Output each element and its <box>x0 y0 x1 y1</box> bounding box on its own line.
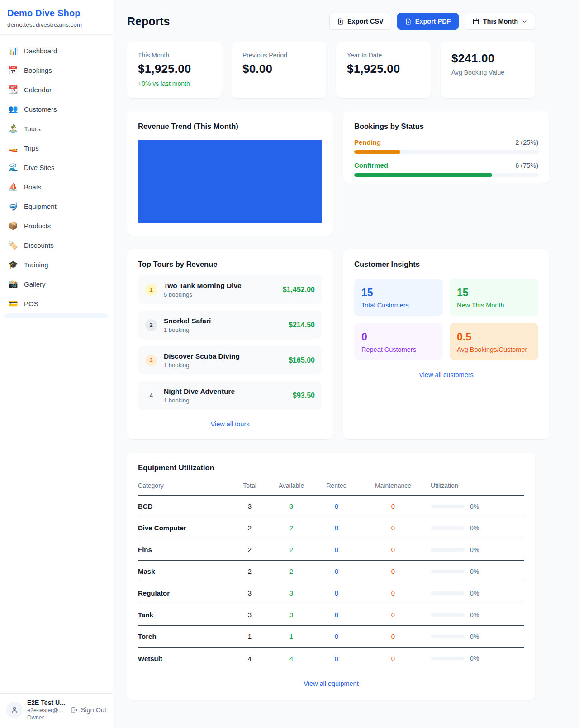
utilization-bar <box>431 591 465 595</box>
stat-card-year-to-date: Year to Date $1,925.00 <box>336 42 431 98</box>
tour-name: Snorkel Safari <box>164 317 289 325</box>
sidebar-item-label: Products <box>24 222 51 230</box>
export-csv-button[interactable]: Export CSV <box>329 13 391 30</box>
stat-value: $1,925.00 <box>138 62 211 76</box>
equipment-category: Tank <box>138 611 228 619</box>
equipment-available: 3 <box>271 502 312 510</box>
table-row: Mask 2 2 0 0 0% <box>138 561 524 582</box>
equipment-rented: 0 <box>312 524 361 532</box>
app-root: Demo Dive Shop demo.test.divestreams.com… <box>0 0 579 728</box>
export-csv-label: Export CSV <box>347 18 384 25</box>
view-all-tours-link[interactable]: View all tours <box>138 421 322 428</box>
sidebar-item-products[interactable]: 📦Products <box>4 216 109 236</box>
utilization-percent: 0% <box>470 633 479 640</box>
tile-repeat-customers: 0 Repeat Customers <box>354 323 443 360</box>
stat-cards-row: This Month $1,925.00 +0% vs last month P… <box>127 42 535 98</box>
sidebar-item-tours[interactable]: 🏝️Tours <box>4 119 109 138</box>
table-row: Regulator 3 3 0 0 0% <box>138 582 524 604</box>
equipment-total: 3 <box>228 502 271 510</box>
utilization-bar <box>431 570 465 573</box>
sidebar-item-gallery[interactable]: 📸Gallery <box>4 274 109 294</box>
period-select[interactable]: This Month <box>465 13 535 30</box>
equipment-rented: 0 <box>312 655 361 662</box>
stat-label: Year to Date <box>347 52 420 59</box>
equipment-maintenance: 0 <box>361 502 425 510</box>
equipment-maintenance: 0 <box>361 546 425 553</box>
view-all-equipment-link[interactable]: View all equipment <box>138 680 524 687</box>
status-row-pending: Pending 2 (25%) <box>354 138 538 154</box>
sidebar-item-bookings[interactable]: 📅Bookings <box>4 61 109 80</box>
sidebar-item-label: Boats <box>24 183 41 191</box>
export-pdf-button[interactable]: Export PDF <box>397 13 459 30</box>
sidebar-item-training[interactable]: 🎓Training <box>4 255 109 274</box>
tile-new-this-month: 15 New This Month <box>450 279 538 316</box>
sidebar-item-customers[interactable]: 👥Customers <box>4 99 109 119</box>
sidebar-item-boats[interactable]: ⛵Boats <box>4 177 109 197</box>
stat-value: $0.00 <box>242 62 315 76</box>
view-all-customers-link[interactable]: View all customers <box>354 371 538 378</box>
rank-badge: 3 <box>145 355 157 366</box>
sign-out-icon <box>70 706 78 714</box>
equipment-available: 2 <box>271 567 312 575</box>
user-role: Owner <box>27 714 66 721</box>
main-content: Reports Export CSV Export PDF This Month <box>113 0 535 728</box>
rank-badge: 1 <box>145 284 157 296</box>
sidebar-active-item-partial[interactable] <box>5 313 108 318</box>
equipment-table-header: Category Total Available Rented Maintena… <box>138 482 524 496</box>
equipment-available: 3 <box>271 611 312 619</box>
equipment-total: 2 <box>228 546 271 553</box>
sidebar-item-label: Customers <box>24 105 57 113</box>
equipment-total: 2 <box>228 567 271 575</box>
sidebar-item-calendar[interactable]: 📆Calendar <box>4 80 109 99</box>
stat-card-previous-period: Previous Period $0.00 <box>232 42 326 98</box>
sidebar-item-pos[interactable]: 💳POS <box>4 294 109 313</box>
stat-value: $1,925.00 <box>347 62 420 76</box>
equipment-rented: 0 <box>312 502 361 510</box>
equipment-category: Dive Computer <box>138 524 228 532</box>
table-row: Dive Computer 2 2 0 0 0% <box>138 517 524 539</box>
equipment-available: 2 <box>271 546 312 553</box>
tour-name: Night Dive Adventure <box>164 388 293 396</box>
tour-bookings: 1 booking <box>164 397 293 404</box>
revenue-trend-chart <box>138 140 322 223</box>
tile-label: Total Customers <box>361 302 436 309</box>
tour-bookings: 1 booking <box>164 326 289 333</box>
tours-island-icon: 🏝️ <box>8 124 18 133</box>
equipment-maintenance: 0 <box>361 589 425 597</box>
page-header: Reports Export CSV Export PDF This Month <box>127 13 535 30</box>
stat-label: Avg Booking Value <box>451 69 524 76</box>
stat-card-this-month: This Month $1,925.00 +0% vs last month <box>127 42 222 98</box>
table-row: BCD 3 3 0 0 0% <box>138 496 524 517</box>
sidebar-item-label: POS <box>24 300 38 307</box>
equipment-total: 3 <box>228 611 271 619</box>
equipment-category: Torch <box>138 633 228 640</box>
utilization-bar <box>431 613 465 617</box>
tile-label: Avg Bookings/Customer <box>457 346 531 353</box>
sidebar-item-equipment[interactable]: 🤿Equipment <box>4 197 109 216</box>
sidebar-header: Demo Dive Shop demo.test.divestreams.com <box>0 0 113 35</box>
sidebar-nav: 📊Dashboard 📅Bookings 📆Calendar 👥Customer… <box>0 35 113 693</box>
equipment-category: BCD <box>138 502 228 510</box>
col-header-available: Available <box>271 482 312 489</box>
tile-label: New This Month <box>457 302 531 309</box>
shop-domain: demo.test.divestreams.com <box>7 21 105 28</box>
sidebar-item-trips[interactable]: 🚤Trips <box>4 138 109 158</box>
col-header-category: Category <box>138 482 228 489</box>
top-tours-title: Top Tours by Revenue <box>138 260 322 269</box>
sidebar-item-dashboard[interactable]: 📊Dashboard <box>4 41 109 61</box>
sidebar-item-discounts[interactable]: 🏷️Discounts <box>4 236 109 255</box>
utilization-percent: 0% <box>470 590 479 597</box>
tour-row: 1 Two Tank Morning Dive 5 bookings $1,45… <box>138 275 322 304</box>
utilization-percent: 0% <box>470 568 479 575</box>
table-row: Fins 2 2 0 0 0% <box>138 539 524 561</box>
sign-out-button[interactable]: Sign Out <box>70 706 106 714</box>
calendar-icon: 📆 <box>8 85 18 95</box>
equipment-utilization-title: Equipment Utilization <box>138 463 524 472</box>
utilization-percent: 0% <box>470 503 479 510</box>
utilization-percent: 0% <box>470 546 479 553</box>
revenue-trend-title: Revenue Trend (This Month) <box>138 122 322 131</box>
equipment-available: 2 <box>271 524 312 532</box>
sidebar-item-dive-sites[interactable]: 🌊Dive Sites <box>4 158 109 177</box>
table-row: Tank 3 3 0 0 0% <box>138 604 524 626</box>
sidebar-item-label: Equipment <box>24 203 57 210</box>
